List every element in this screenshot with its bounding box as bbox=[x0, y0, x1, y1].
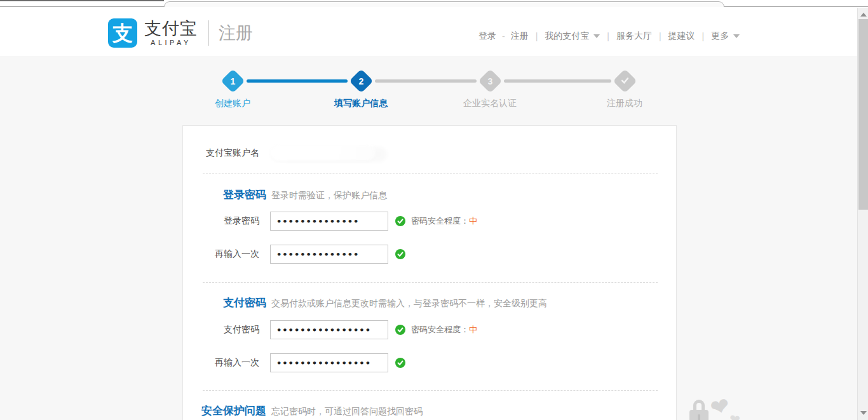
nav-feedback-link[interactable]: 提建议 bbox=[668, 30, 695, 42]
pay-password-confirm-input[interactable] bbox=[270, 353, 388, 372]
nav-separator: | bbox=[607, 31, 609, 41]
lock-shackle bbox=[693, 400, 705, 410]
nav-separator: | bbox=[702, 31, 705, 41]
small-heart-icon: ❤ bbox=[728, 411, 741, 420]
account-name-row: 支付宝账户名 bbox=[183, 145, 376, 161]
logo-glyph: 支 bbox=[112, 23, 133, 43]
step-register-success: 注册成功 bbox=[577, 71, 672, 109]
login-password-label: 登录密码 bbox=[183, 215, 259, 227]
step-2-marker: 2 bbox=[349, 69, 373, 93]
brand-name-en: ALIPAY bbox=[144, 39, 198, 46]
registration-form-panel: 支付宝账户名 登录密码 登录时需验证，保护账户信息 登录密码 密码安全程度：中 … bbox=[182, 125, 677, 420]
strength-label: 密码安全程度： bbox=[411, 216, 469, 226]
section-divider bbox=[203, 282, 658, 283]
scroll-down-arrow-icon[interactable] bbox=[860, 411, 867, 415]
security-question-title: 安全保护问题 bbox=[183, 403, 266, 418]
redacted-account-name bbox=[271, 146, 376, 161]
logo-divider bbox=[208, 20, 209, 46]
step-4-check-icon bbox=[621, 76, 629, 86]
alipay-logo[interactable]: 支 支付宝 ALIPAY 注册 bbox=[108, 18, 253, 48]
pay-password-section-header: 支付密码 交易付款或账户信息更改时需输入，与登录密码不一样，安全级别更高 bbox=[183, 295, 547, 310]
browser-tab[interactable] bbox=[164, 1, 724, 7]
step-3-marker: 3 bbox=[478, 69, 502, 93]
pay-password-confirm-label: 再输入一次 bbox=[183, 357, 259, 369]
section-divider bbox=[203, 390, 658, 391]
top-nav: 登录 - 注册 | 我的支付宝 | 服务大厅 | 提建议 | 更多 bbox=[478, 30, 740, 42]
step-4-marker bbox=[613, 69, 637, 93]
security-question-section-header: 安全保护问题 忘记密码时，可通过回答问题找回密码 bbox=[183, 403, 423, 418]
nav-my-alipay-label: 我的支付宝 bbox=[545, 30, 589, 41]
nav-separator: - bbox=[502, 31, 505, 41]
login-password-input[interactable] bbox=[270, 212, 388, 231]
strength-label: 密码安全程度： bbox=[411, 325, 469, 334]
step-2-number: 2 bbox=[358, 76, 363, 85]
chevron-down-icon bbox=[733, 34, 740, 38]
alipay-logo-icon: 支 bbox=[108, 18, 137, 48]
account-name-label: 支付宝账户名 bbox=[183, 147, 259, 159]
login-password-confirm-row: 再输入一次 bbox=[183, 245, 405, 264]
brand-text: 支付宝 ALIPAY bbox=[144, 20, 198, 46]
success-check-icon bbox=[395, 216, 405, 226]
password-strength-text: 密码安全程度：中 bbox=[411, 324, 477, 335]
security-question-description: 忘记密码时，可通过回答问题找回密码 bbox=[271, 406, 423, 417]
nav-service-hall-link[interactable]: 服务大厅 bbox=[616, 30, 652, 42]
vertical-scrollbar[interactable] bbox=[857, 8, 868, 420]
pay-password-row: 支付密码 密码安全程度：中 bbox=[183, 320, 477, 339]
success-check-icon bbox=[395, 325, 405, 335]
nav-login-link[interactable]: 登录 bbox=[478, 30, 496, 42]
step-1-label: 创建账户 bbox=[185, 98, 280, 109]
scroll-up-arrow-icon[interactable] bbox=[860, 13, 867, 17]
strength-value: 中 bbox=[469, 325, 477, 334]
scrollbar-thumb[interactable] bbox=[858, 19, 868, 210]
nav-my-alipay-menu[interactable]: 我的支付宝 bbox=[545, 30, 600, 42]
nav-separator: | bbox=[659, 31, 661, 41]
login-password-row: 登录密码 密码安全程度：中 bbox=[183, 212, 477, 231]
login-password-title: 登录密码 bbox=[183, 187, 266, 202]
page-title: 注册 bbox=[219, 22, 253, 44]
pay-password-label: 支付密码 bbox=[183, 324, 259, 335]
pay-password-description: 交易付款或账户信息更改时需输入，与登录密码不一样，安全级别更高 bbox=[271, 298, 547, 309]
step-3-number: 3 bbox=[487, 76, 492, 85]
section-divider bbox=[203, 173, 658, 174]
window-edge bbox=[0, 0, 164, 1]
login-password-section-header: 登录密码 登录时需验证，保护账户信息 bbox=[183, 187, 387, 202]
step-2-label: 填写账户信息 bbox=[313, 98, 409, 109]
pay-password-confirm-row: 再输入一次 bbox=[183, 353, 405, 372]
pay-password-title: 支付密码 bbox=[183, 295, 266, 310]
login-password-confirm-label: 再输入一次 bbox=[183, 248, 259, 260]
login-password-description: 登录时需验证，保护账户信息 bbox=[271, 190, 387, 201]
strength-value: 中 bbox=[469, 216, 477, 226]
nav-more-menu[interactable]: 更多 bbox=[711, 30, 740, 42]
nav-separator: | bbox=[536, 31, 538, 41]
site-header: 支 支付宝 ALIPAY 注册 登录 - 注册 | 我的支付宝 | 服务大厅 |… bbox=[0, 8, 868, 56]
step-enterprise-verification: 3 企业实名认证 bbox=[442, 71, 538, 109]
success-check-icon bbox=[395, 249, 405, 259]
lock-icon bbox=[689, 400, 709, 420]
chevron-down-icon bbox=[593, 34, 600, 38]
step-1-marker: 1 bbox=[220, 69, 245, 93]
pay-password-input[interactable] bbox=[270, 320, 388, 339]
step-1-number: 1 bbox=[230, 76, 235, 85]
login-password-confirm-input[interactable] bbox=[270, 245, 388, 264]
step-fill-account-info: 2 填写账户信息 bbox=[313, 71, 409, 109]
step-create-account: 1 创建账户 bbox=[185, 71, 280, 109]
step-4-label: 注册成功 bbox=[577, 98, 672, 109]
browser-tab-strip bbox=[0, 0, 868, 7]
success-check-icon bbox=[395, 358, 405, 368]
nav-register-link[interactable]: 注册 bbox=[511, 30, 529, 42]
brand-name-cn: 支付宝 bbox=[144, 20, 198, 37]
nav-more-label: 更多 bbox=[711, 30, 729, 41]
password-strength-text: 密码安全程度：中 bbox=[411, 215, 477, 227]
step-3-label: 企业实名认证 bbox=[442, 98, 538, 109]
lock-body bbox=[689, 410, 709, 420]
